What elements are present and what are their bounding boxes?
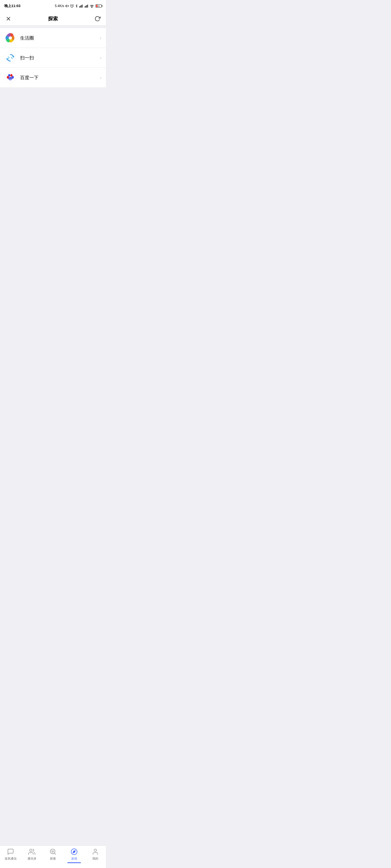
wifi-icon	[90, 4, 94, 8]
signal2-icon	[85, 4, 89, 8]
section-gap	[0, 26, 106, 28]
life-circle-chevron: ›	[100, 35, 102, 41]
svg-rect-12	[87, 5, 87, 8]
svg-rect-8	[81, 5, 82, 8]
scan-chevron: ›	[100, 55, 102, 61]
navigation-bar: 探索	[0, 12, 106, 26]
explore-list: 生活圈 › 扫一扫 ›	[0, 28, 106, 87]
list-item-baidu[interactable]: 百度 百度一下 ›	[0, 68, 106, 87]
life-circle-icon	[4, 32, 16, 44]
baidu-label: 百度一下	[20, 74, 100, 81]
svg-rect-13	[87, 5, 88, 8]
status-time: 晚上11:03	[4, 3, 20, 8]
status-bar: 晚上11:03 5.4K/s 16	[0, 0, 106, 12]
svg-rect-9	[82, 5, 83, 8]
svg-marker-0	[65, 5, 67, 7]
svg-rect-7	[80, 6, 81, 8]
svg-rect-10	[85, 6, 85, 8]
svg-rect-11	[86, 6, 86, 8]
battery-indicator: 16	[95, 4, 102, 8]
refresh-button[interactable]	[93, 14, 102, 23]
svg-point-14	[92, 7, 92, 8]
svg-point-18	[9, 36, 12, 40]
network-speed: 5.4K/s	[55, 4, 64, 8]
signal-icon	[79, 4, 84, 8]
scan-label: 扫一扫	[20, 55, 100, 61]
baidu-chevron: ›	[100, 75, 102, 81]
empty-content-area	[0, 87, 106, 223]
life-circle-label: 生活圈	[20, 35, 100, 41]
status-right: 5.4K/s 16	[55, 4, 102, 8]
close-button[interactable]	[4, 14, 12, 23]
mute-icon	[65, 4, 69, 8]
svg-rect-6	[79, 6, 80, 8]
list-item-life-circle[interactable]: 生活圈 ›	[0, 28, 106, 48]
svg-text:百度: 百度	[9, 79, 12, 80]
svg-point-19	[5, 52, 16, 63]
bluetooth-icon	[75, 4, 78, 8]
list-item-scan[interactable]: 扫一扫 ›	[0, 48, 106, 68]
scan-icon	[4, 52, 16, 64]
baidu-icon: 百度	[4, 72, 16, 84]
page-title: 探索	[48, 16, 58, 22]
alarm-icon	[70, 4, 74, 8]
